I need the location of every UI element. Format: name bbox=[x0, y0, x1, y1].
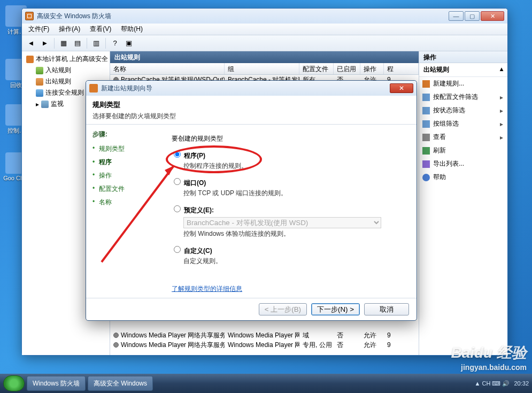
cancel-button[interactable]: 取消 bbox=[364, 303, 409, 315]
option-port[interactable]: 端口(O) 控制 TCP 或 UDP 端口连接的规则。 bbox=[174, 178, 406, 198]
toolbar-btn-help[interactable]: ? bbox=[109, 37, 121, 49]
toolbar-btn-5[interactable]: ▣ bbox=[123, 37, 135, 49]
table-row[interactable]: Windows Media Player 网络共享服务... Windows M… bbox=[110, 340, 419, 350]
option-predefined[interactable]: 预定义(E): BranchCache - 对等机发现(使用 WSD) 控制 W… bbox=[174, 205, 406, 238]
action-item[interactable]: 查看▸ bbox=[419, 130, 507, 144]
wizard-header: 规则类型 选择要创建的防火墙规则类型 bbox=[86, 96, 417, 125]
table-row[interactable]: Windows Media Player 网络共享服务... Windows M… bbox=[110, 330, 419, 340]
action-icon bbox=[422, 174, 430, 181]
predefined-select: BranchCache - 对等机发现(使用 WSD) bbox=[183, 217, 381, 228]
toolbar-btn-2[interactable]: ▤ bbox=[72, 37, 83, 49]
minimize-button[interactable]: — bbox=[449, 11, 464, 21]
toolbar: ◄ ► ▦ ▤ ▥ ? ▣ bbox=[22, 35, 507, 51]
wizard-subheading: 选择要创建的防火墙规则类型 bbox=[92, 112, 410, 121]
forward-button[interactable]: ► bbox=[39, 37, 51, 49]
back-button[interactable]: ◄ bbox=[25, 37, 37, 49]
task-advsec[interactable]: 高级安全 Windows bbox=[88, 376, 153, 391]
radio-predefined[interactable] bbox=[174, 205, 181, 212]
action-icon bbox=[422, 80, 430, 88]
wizard-titlebar[interactable]: 新建出站规则向导 ✕ bbox=[86, 81, 417, 96]
wizard-step[interactable]: 规则类型 bbox=[92, 142, 160, 156]
task-firewall[interactable]: Windows 防火墙 bbox=[27, 376, 86, 391]
table-header: 名称 组 配置文件 已启用 操作 程 bbox=[110, 63, 419, 75]
actions-header: 操作 bbox=[419, 51, 507, 63]
menu-action[interactable]: 操作(A) bbox=[55, 24, 84, 35]
wizard-footer: < 上一步(B) 下一步(N) > 取消 bbox=[86, 298, 417, 320]
titlebar[interactable]: 高级安全 Windows 防火墙 — ▢ ✕ bbox=[22, 9, 507, 24]
action-item[interactable]: 导出列表... bbox=[419, 157, 507, 171]
wizard-question: 要创建的规则类型 bbox=[172, 134, 406, 143]
menubar: 文件(F) 操作(A) 查看(V) 帮助(H) bbox=[22, 24, 507, 35]
tree-inbound[interactable]: 入站规则 bbox=[23, 65, 109, 76]
tree-root[interactable]: 本地计算机 上的高级安全 Win bbox=[23, 53, 109, 65]
menu-view[interactable]: 查看(V) bbox=[86, 24, 115, 35]
action-icon bbox=[422, 134, 430, 141]
radio-port[interactable] bbox=[174, 178, 181, 185]
monitor-icon bbox=[41, 101, 49, 108]
wizard-heading: 规则类型 bbox=[92, 100, 410, 110]
action-item[interactable]: 新建规则... bbox=[419, 77, 507, 90]
toolbar-btn-3[interactable]: ▥ bbox=[90, 37, 102, 49]
next-button[interactable]: 下一步(N) > bbox=[311, 303, 360, 315]
wizard-steps: 步骤: 规则类型程序操作配置文件名称 bbox=[86, 125, 166, 298]
action-icon bbox=[422, 147, 430, 155]
wizard-main: 要创建的规则类型 程序(P) 控制程序连接的规则。 端口(O) 控制 TCP 或… bbox=[166, 125, 417, 298]
wizard-close-button[interactable]: ✕ bbox=[390, 83, 413, 93]
close-button[interactable]: ✕ bbox=[481, 11, 504, 21]
wizard-step[interactable]: 名称 bbox=[92, 196, 160, 209]
start-button[interactable] bbox=[3, 375, 25, 391]
wizard-title: 新建出站规则向导 bbox=[101, 84, 387, 93]
menu-file[interactable]: 文件(F) bbox=[24, 24, 53, 35]
outbound-icon bbox=[36, 78, 43, 86]
col-profile[interactable]: 配置文件 bbox=[299, 63, 334, 74]
actions-panel: 操作 出站规则▴ 新建规则... 按配置文件筛选▸ 按状态筛选▸ 按组筛选▸ 查… bbox=[419, 51, 507, 355]
wizard-step[interactable]: 程序 bbox=[92, 156, 160, 169]
taskbar: Windows 防火墙 高级安全 Windows ▲ CH ⌨ 🔊 20:32 bbox=[0, 374, 532, 393]
action-item[interactable]: 按组筛选▸ bbox=[419, 117, 507, 130]
col-name[interactable]: 名称 bbox=[110, 63, 225, 74]
col-action[interactable]: 操作 bbox=[360, 63, 384, 74]
action-item[interactable]: 刷新 bbox=[419, 144, 507, 157]
action-item[interactable]: 按状态筛选▸ bbox=[419, 104, 507, 117]
system-tray[interactable]: ▲ CH ⌨ 🔊 20:32 bbox=[475, 380, 529, 387]
firewall-icon bbox=[26, 56, 34, 63]
action-icon bbox=[422, 107, 430, 114]
action-item[interactable]: 帮助 bbox=[419, 171, 507, 184]
col-enabled[interactable]: 已启用 bbox=[334, 63, 360, 74]
maximize-button[interactable]: ▢ bbox=[465, 11, 480, 21]
wizard-step[interactable]: 操作 bbox=[92, 169, 160, 182]
firewall-icon bbox=[89, 84, 98, 93]
watermark: Baidu 经验 jingyan.baidu.com bbox=[451, 343, 527, 372]
wizard-step[interactable]: 配置文件 bbox=[92, 182, 160, 196]
option-program[interactable]: 程序(P) 控制程序连接的规则。 bbox=[174, 151, 406, 171]
toolbar-btn-1[interactable]: ▦ bbox=[58, 37, 70, 49]
action-icon bbox=[422, 120, 430, 128]
panel-header: 出站规则 bbox=[110, 51, 419, 63]
learn-more-link[interactable]: 了解规则类型的详细信息 bbox=[172, 284, 242, 294]
action-icon bbox=[422, 94, 430, 101]
action-icon bbox=[422, 160, 430, 168]
menu-help[interactable]: 帮助(H) bbox=[117, 24, 147, 35]
new-rule-wizard: 新建出站规则向导 ✕ 规则类型 选择要创建的防火墙规则类型 步骤: 规则类型程序… bbox=[86, 80, 417, 321]
col-rest[interactable]: 程 bbox=[384, 63, 419, 74]
radio-program[interactable] bbox=[174, 151, 181, 158]
col-group[interactable]: 组 bbox=[225, 63, 299, 74]
action-item[interactable]: 按配置文件筛选▸ bbox=[419, 90, 507, 104]
radio-custom[interactable] bbox=[174, 246, 181, 253]
back-button: < 上一步(B) bbox=[259, 303, 307, 315]
security-icon bbox=[36, 89, 43, 97]
actions-subheader: 出站规则▴ bbox=[419, 63, 507, 77]
firewall-icon bbox=[25, 12, 34, 20]
inbound-icon bbox=[36, 67, 43, 74]
option-custom[interactable]: 自定义(C) 自定义规则。 bbox=[174, 246, 406, 266]
steps-label: 步骤: bbox=[92, 130, 160, 139]
window-title: 高级安全 Windows 防火墙 bbox=[37, 12, 445, 21]
